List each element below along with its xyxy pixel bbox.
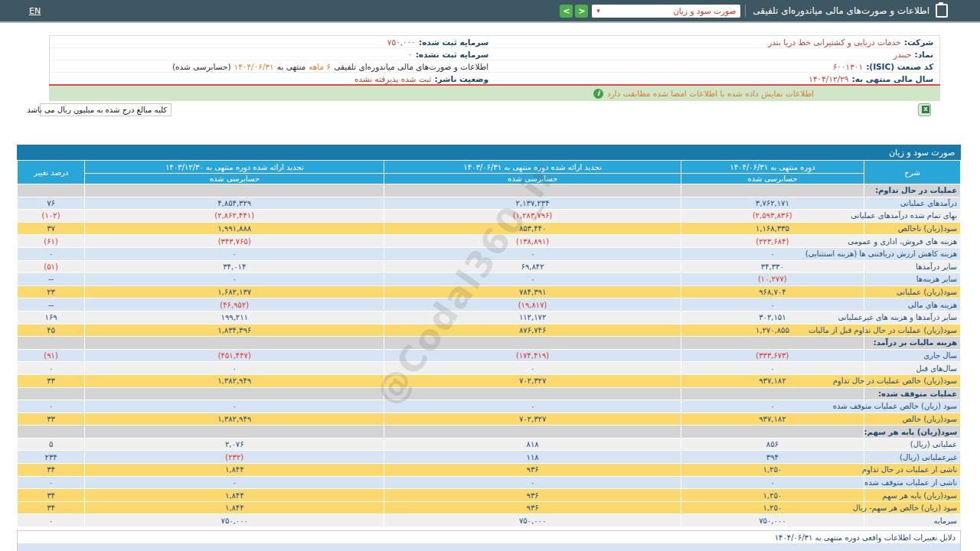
section-row: سود(زیان) پایه هر سهم: [18, 425, 960, 438]
row-value: ۰ [384, 248, 681, 260]
row-value: ۶۹,۸۴۲ [384, 261, 681, 273]
row-value: ۷۵۰,۰۰۰ [681, 514, 864, 527]
section-row: هزینه مالیات بر درآمد: [18, 337, 960, 349]
row-label: درآمدهای عملیاتی [864, 197, 960, 210]
row-label: هزینه کاهش ارزش دریافتنی ها (هزینه استثن… [864, 248, 960, 260]
row-value [18, 425, 84, 438]
excel-x-glyph: X [922, 106, 929, 113]
isic-value: ۶۰۰۱۳۰۱ [833, 62, 863, 71]
row-label: سود(زیان) پایه هر سهم: [864, 425, 960, 438]
table-title: صورت سود و زیان [17, 145, 961, 160]
row-label: عملیات متوقف شده: [864, 388, 960, 400]
row-value: (۱۰۲) [18, 210, 84, 222]
row-value: ۱,۲۵۰ [681, 502, 864, 514]
capital-registered-label: سرمایه ثبت شده: [419, 37, 488, 47]
row-value: (۱,۲۸۳,۷۹۶) [384, 210, 681, 222]
row-value: ۰ [384, 477, 681, 489]
row-value: ۳,۷۶۲,۱۷۱ [681, 197, 864, 210]
row-value [18, 337, 84, 349]
publisher-status-value: ثبت شده پذیرفته نشده [354, 74, 432, 83]
table-row: سایر درآمدها و هزینه های غیرعملیاتی۳۰۲,۱… [18, 311, 960, 324]
row-value: ۳۹۴ [681, 451, 864, 463]
publisher-status-label: وضعیت ناشر: [434, 74, 488, 83]
row-value: ۸۷۶,۷۴۶ [384, 324, 681, 337]
isic-label: کد صنعت (ISIC): [866, 62, 933, 71]
prev-report-button[interactable]: < [560, 5, 573, 18]
notice-text: اطلاعات نمایش داده شده با اطلاعات امضا ش… [607, 89, 814, 98]
table-row: عملیاتی (ریال)۸۵۶۸۱۸۲,۰۷۶۵ [18, 439, 960, 451]
signature-match-notice: اطلاعات نمایش داده شده با اطلاعات امضا ش… [49, 86, 940, 101]
row-value [384, 388, 681, 400]
row-value: ۷۰۲,۳۲۷ [384, 413, 681, 425]
row-label: سود (زیان) خالص هر سهم- ریال [864, 502, 960, 514]
row-value: ۰ [18, 477, 84, 489]
row-value: ۹۶۸,۷۰۴ [681, 286, 864, 298]
row-label: سرمایه [864, 514, 960, 527]
col-description: شرح [864, 161, 960, 184]
language-en-link[interactable]: EN [29, 6, 41, 16]
row-value: ۱,۳۸۲,۹۴۹ [85, 375, 384, 387]
row-value [681, 337, 864, 349]
table-row: سود(زیان) پایه هر سهم۱,۲۵۰۹۳۶۱,۸۴۴۳۴ [18, 489, 960, 501]
row-value: ۲۳۴ [18, 451, 84, 463]
isic-field: کد صنعت (ISIC): ۶۰۰۱۳۰۱ [495, 62, 939, 71]
col-current-period: دوره منتهی به ۱۴۰۴/۰۶/۳۱ [681, 161, 864, 173]
info-row: شرکت: خدمات دریایی و کشتیرانی خط دریا بن… [50, 36, 939, 48]
income-statement-section: صورت سود و زیان @Codal360_ir شرح دوره من… [17, 145, 961, 527]
row-value: ۱,۲۵۰ [681, 489, 864, 501]
row-label: غیرعملیاتی (ریال) [864, 451, 960, 463]
row-value: ۹۳۶ [384, 464, 681, 476]
row-value: ۳۷ [18, 223, 84, 235]
row-label: ناشی از عملیات متوقف شده [864, 477, 960, 489]
row-label: عملیات در حال تداوم: [864, 184, 960, 197]
table-row: سود (زیان) خالص عملیات متوقف شده۰۰۰۰ [18, 400, 960, 412]
table-row: سود(زیان) ناخالص۱,۱۶۸,۳۳۵۸۵۳,۴۴۰۱,۹۹۱,۸۸… [18, 223, 960, 235]
row-value: ۱,۶۸۲,۱۳۷ [85, 286, 384, 298]
row-value: ۳۴ [18, 502, 84, 514]
next-report-button[interactable]: > [575, 5, 588, 18]
row-label: سایر درآمدها [864, 261, 960, 273]
company-info-panel: شرکت: خدمات دریایی و کشتیرانی خط دریا بن… [49, 35, 940, 84]
table-row: سال جاری(۳۳۳,۶۷۳)(۱۷۴,۴۱۹)(۴۵۱,۴۴۷)(۹۱) [18, 350, 960, 362]
row-value: ۱,۸۴۴ [85, 464, 384, 476]
period-audited: (حسابرسی شده) [172, 62, 231, 71]
actuals-change-reasons-section: دلایل تغییرات اطلاعات واقعی دوره منتهی ب… [17, 530, 961, 551]
row-value [85, 388, 384, 400]
excel-export-icon[interactable]: X [918, 103, 931, 116]
row-label: سایر درآمدها و هزینه های غیرعملیاتی [864, 311, 960, 324]
capital-unregistered-value: ۰ [408, 50, 413, 59]
navbar-separator [745, 5, 746, 17]
table-row: سود(زیان) خالص عملیات در حال تداوم۹۳۷,۱۸… [18, 375, 960, 387]
row-value: (۲۲۳,۶۸۴) [681, 235, 864, 247]
row-value: ۷۵۰,۰۰۰ [384, 514, 681, 527]
row-value: (۶۱) [18, 235, 84, 247]
header-row-audited: حسابرسی شده حسابرسی شده حسابرسی شده [18, 174, 960, 184]
table-row: سایر درآمدها۳۴,۳۳۰۶۹,۸۴۲۳۴,۰۱۴(۵۱) [18, 261, 960, 273]
info-row: سال مالی منتهی به: ۱۴۰۴/۱۲/۲۹ وضعیت ناشر… [50, 73, 939, 84]
row-value: ۱,۸۳۴,۳۹۶ [85, 324, 384, 337]
row-value: ۰ [18, 362, 84, 374]
row-value [85, 425, 384, 438]
row-value: ۰ [681, 477, 864, 489]
row-value [384, 184, 681, 197]
audited-label: حسابرسی شده [681, 174, 864, 184]
table-row: هزینه های فروش، اداری و عمومی(۲۲۳,۶۸۴)(۱… [18, 235, 960, 247]
row-value [681, 425, 864, 438]
row-value: ۰ [681, 362, 864, 374]
table-row: هزینه کاهش ارزش دریافتنی ها (هزینه استثن… [18, 248, 960, 260]
row-value: ۳۳ [18, 375, 84, 387]
table-row: درآمدهای عملیاتی۳,۷۶۲,۱۷۱۲,۱۳۷,۲۳۴۴,۸۵۴,… [18, 197, 960, 210]
page-title: اطلاعات و صورت‌های مالی میاندوره‌ای تلفی… [753, 5, 929, 16]
row-value: ۱۱۸ [384, 451, 681, 463]
row-label: هزینه مالیات بر درآمد: [864, 337, 960, 349]
amounts-unit-text: کلیه مبالغ درج شده به میلیون ریال می باش… [27, 106, 167, 114]
row-value [18, 184, 84, 197]
capital-registered-value: ۷۵۰,۰۰۰ [387, 37, 416, 47]
table-row: سایر هزینه‌ها(۱۰,۲۷۷)۰۰-- [18, 273, 960, 285]
row-label: سال‌های قبل [864, 362, 960, 374]
report-type-select[interactable]: صورت سود و زیان ▾ [592, 5, 740, 18]
row-value: (۱۷۴,۴۱۹) [384, 350, 681, 362]
chevron-down-icon: ▾ [596, 8, 600, 15]
section-row: عملیات در حال تداوم: [18, 184, 960, 197]
row-value: ۴۵ [18, 324, 84, 337]
